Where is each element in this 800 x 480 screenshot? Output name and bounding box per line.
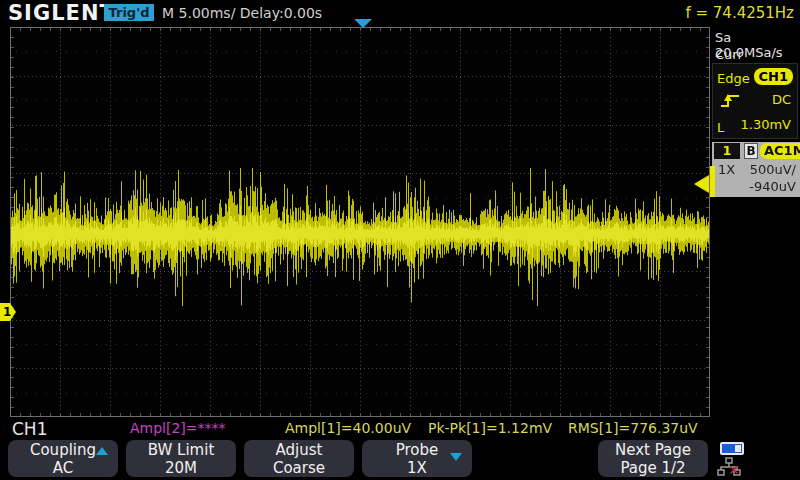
next-page-button-label: Next Page — [598, 441, 708, 459]
channel1-number-badge[interactable]: 1 — [714, 143, 740, 159]
bw-limit-button-value: 20M — [126, 459, 236, 477]
trigger-panel[interactable]: Edge CH1 DC L 1.30mV — [712, 63, 798, 139]
brand-logo: SIGLENT — [8, 1, 115, 25]
chevron-up-icon — [96, 447, 108, 455]
usb-icon — [720, 442, 744, 455]
oscilloscope-screen: SIGLENT Trig'd M 5.00ms/ Delay:0.00s f =… — [0, 0, 800, 480]
rising-edge-icon — [717, 92, 743, 110]
next-page-button[interactable]: Next Page Page 1/2 — [598, 440, 708, 477]
probe-attenuation-value: 1X — [718, 162, 735, 177]
chevron-down-icon — [450, 453, 462, 461]
next-page-button-value: Page 1/2 — [598, 459, 708, 477]
measure-ampl1: Ampl[1]=40.00uV — [285, 420, 411, 436]
trigger-position-icon[interactable] — [354, 19, 372, 28]
timebase-readout: M 5.00ms/ Delay:0.00s — [162, 5, 322, 21]
trigger-type-label: Edge — [717, 71, 750, 86]
channel1-panel[interactable]: 1 B AC1M 1X 500uV/ -940uV — [712, 142, 800, 197]
adjust-button-value: Coarse — [244, 459, 354, 477]
frequency-counter: f = 74.4251Hz — [685, 4, 794, 22]
probe-button-value: 1X — [362, 459, 472, 477]
measure-ampl2: Ampl[2]=**** — [130, 420, 226, 436]
bw-limit-button[interactable]: BW Limit 20M — [126, 440, 236, 477]
coupling-button[interactable]: Coupling AC — [8, 440, 118, 477]
trigger-level-icon[interactable] — [694, 175, 709, 193]
waveform-canvas — [10, 27, 710, 417]
trigger-source-badge[interactable]: CH1 — [754, 68, 793, 85]
coupling-button-value: AC — [8, 459, 118, 477]
trigger-level-value: 1.30mV — [740, 117, 791, 132]
trigger-coupling-value: DC — [772, 92, 791, 107]
volts-per-div-value: 500uV/ — [750, 162, 796, 177]
channel-offset-value: -940uV — [749, 179, 796, 194]
adjust-button[interactable]: Adjust Coarse — [244, 440, 354, 477]
trigger-level-label: L — [717, 120, 724, 135]
bw-limit-button-label: BW Limit — [126, 441, 236, 459]
channel1-active-strip — [710, 166, 715, 197]
lan-disconnected-x-icon: ✕ — [728, 462, 740, 478]
adjust-button-label: Adjust — [244, 441, 354, 459]
channel1-coupling-badge: AC1M — [760, 143, 800, 159]
trigger-status-badge: Trig'd — [104, 4, 154, 21]
probe-button[interactable]: Probe 1X — [362, 440, 472, 477]
measure-pkpk1: Pk-Pk[1]=1.12mV — [428, 420, 552, 436]
measure-rms1: RMS[1]=776.37uV — [568, 420, 698, 436]
waveform-display — [10, 27, 710, 417]
bandwidth-limit-badge: B — [744, 143, 758, 159]
measure-channel-label: CH1 — [12, 419, 47, 439]
